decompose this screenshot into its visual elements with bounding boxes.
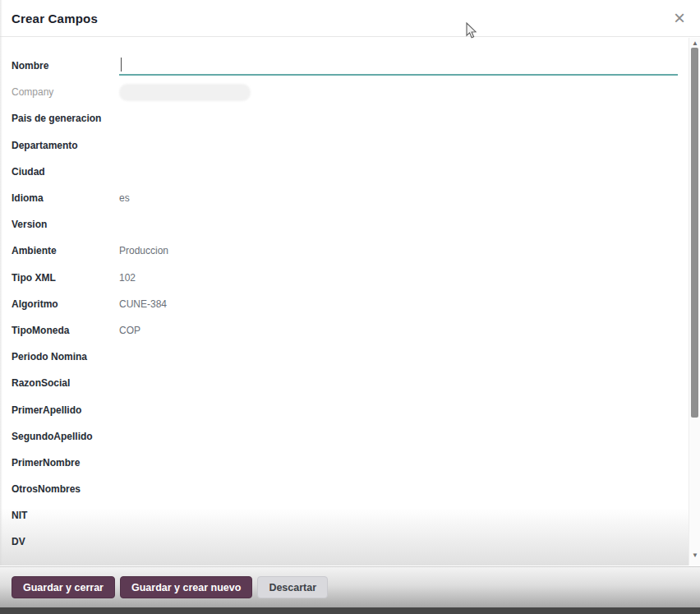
- field-row-departamento: Departamento: [12, 132, 700, 159]
- scrollbar-down-icon[interactable]: ▼: [689, 551, 700, 561]
- field-label: Nombre: [12, 60, 119, 72]
- field-label: RazonSocial: [12, 377, 119, 389]
- field-label: PrimerNombre: [12, 457, 119, 469]
- field-value[interactable]: [119, 351, 700, 362]
- field-row-ciudad: Ciudad: [12, 159, 700, 185]
- field-value[interactable]: [119, 404, 700, 416]
- dialog-title: Crear Campos: [12, 12, 98, 25]
- field-value[interactable]: [119, 510, 700, 521]
- field-label: Tipo XML: [12, 272, 119, 284]
- save-and-close-button[interactable]: Guardar y cerrar: [12, 576, 115, 598]
- save-and-new-button[interactable]: Guardar y crear nuevo: [120, 576, 252, 598]
- field-value[interactable]: [119, 219, 700, 230]
- vertical-scrollbar[interactable]: ▲ ▼: [688, 38, 700, 566]
- field-label: Ciudad: [12, 166, 119, 178]
- field-value[interactable]: [119, 166, 700, 178]
- nombre-input-wrap: [119, 56, 678, 76]
- field-value[interactable]: [119, 536, 700, 547]
- close-icon[interactable]: ×: [667, 6, 692, 30]
- field-row-company: Company: [12, 79, 700, 105]
- field-row-algoritmo: Algoritmo CUNE-384: [12, 291, 700, 317]
- discard-button[interactable]: Descartar: [257, 576, 328, 598]
- field-value[interactable]: 102: [119, 272, 700, 284]
- field-label: Pais de generacion: [12, 113, 119, 124]
- field-row-dv: DV: [12, 529, 700, 555]
- field-row-idioma: Idioma es: [12, 185, 700, 211]
- field-label: DV: [12, 536, 119, 547]
- create-fields-dialog: Crear Campos × Nombre Company Pais de ge…: [0, 0, 700, 614]
- field-row-nombre: Nombre: [12, 53, 700, 79]
- field-value[interactable]: [119, 140, 700, 151]
- field-label: Ambiente: [12, 245, 119, 256]
- field-label: Company: [12, 86, 119, 98]
- field-row-pais-de-generacion: Pais de generacion: [12, 105, 700, 132]
- text-caret: [121, 58, 122, 72]
- scrollbar-thumb[interactable]: [691, 48, 698, 418]
- field-row-ambiente: Ambiente Produccion: [12, 238, 700, 264]
- field-row-tipomoneda: TipoMoneda COP: [12, 317, 700, 344]
- field-row-primerapellido: PrimerApellido: [12, 396, 700, 422]
- field-value[interactable]: [119, 483, 700, 495]
- nombre-input[interactable]: [119, 56, 678, 76]
- field-value[interactable]: [119, 457, 700, 469]
- field-row-version: Version: [12, 211, 700, 238]
- field-value[interactable]: es: [119, 192, 700, 204]
- field-row-tipo-xml: Tipo XML 102: [12, 265, 700, 291]
- field-row-otrosnombres: OtrosNombres: [12, 476, 700, 502]
- page-bottom-strip: [0, 607, 700, 614]
- field-label: Departamento: [12, 140, 119, 151]
- field-value[interactable]: CUNE-384: [119, 298, 700, 310]
- field-row-primernombre: PrimerNombre: [12, 450, 700, 476]
- field-value[interactable]: [119, 431, 700, 442]
- field-value[interactable]: [119, 377, 700, 389]
- field-label: Idioma: [12, 192, 119, 204]
- field-row-segundoapellido: SegundoApellido: [12, 423, 700, 450]
- field-row-razonsocial: RazonSocial: [12, 370, 700, 396]
- company-value-redacted: [119, 84, 251, 101]
- field-value[interactable]: [119, 113, 700, 124]
- field-label: NIT: [12, 510, 119, 521]
- field-label: TipoMoneda: [12, 325, 119, 336]
- field-label: OtrosNombres: [12, 483, 119, 495]
- dialog-body: Nombre Company Pais de generacion Depart…: [0, 38, 700, 566]
- field-label: Version: [12, 219, 119, 230]
- field-label: Periodo Nomina: [12, 351, 119, 362]
- field-label: PrimerApellido: [12, 404, 119, 416]
- field-row-periodo-nomina: Periodo Nomina: [12, 344, 700, 370]
- field-label: SegundoApellido: [12, 431, 119, 442]
- field-label: Algoritmo: [12, 298, 119, 310]
- dialog-header: Crear Campos ×: [0, 0, 700, 37]
- field-value[interactable]: Produccion: [119, 245, 700, 256]
- dialog-footer: Guardar y cerrar Guardar y crear nuevo D…: [0, 566, 700, 607]
- field-row-nit: NIT: [12, 502, 700, 529]
- field-value[interactable]: COP: [119, 325, 700, 336]
